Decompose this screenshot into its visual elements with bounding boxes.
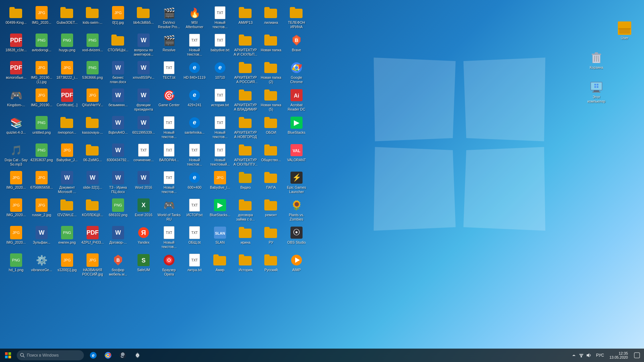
icon-aimp[interactable]: AIMP — [284, 252, 309, 280]
icon-novyi-txt-7[interactable]: TXT Новый текстов... — [156, 225, 182, 252]
icon-biznes-plan[interactable]: W бизнес план.docx — [105, 60, 131, 87]
icon-obs-studio[interactable]: ⦿ OBS Studio — [284, 225, 309, 252]
icon-google-chrome[interactable]: Google Chrome — [284, 60, 309, 87]
icon-video[interactable]: Видео — [233, 170, 258, 197]
icon-img-2020-1[interactable]: JPG IMG_2020... — [29, 5, 54, 32]
icon-irina-folder[interactable]: ирина — [233, 225, 258, 252]
icon-novyi-txt-5b[interactable]: TXT Новый текстовый... — [207, 142, 233, 170]
icon-bezymyannyi[interactable]: W безымянн... — [105, 87, 131, 115]
icon-litra-txt[interactable]: TXT литра.txt — [182, 252, 207, 280]
icon-novyi-txt-3[interactable]: TXT Новый текстов... — [156, 115, 182, 142]
icon-5363666[interactable]: PNG 5363666.png — [80, 60, 105, 87]
icon-excel-2016[interactable]: X Excel 2016 — [131, 197, 156, 225]
icon-resolve[interactable]: 🎬 Resolve — [156, 32, 182, 60]
icon-novyi-txt-4[interactable]: TXT Новый текстов... — [207, 115, 233, 142]
icon-kollekcii[interactable]: КОЛЛЕКЦII... — [80, 197, 105, 225]
icon-dokument-microsoft[interactable]: W Документ Microsoft ... — [54, 170, 80, 197]
icon-vologobye[interactable]: PDF вологобые... — [3, 60, 29, 87]
icon-plants-zombies[interactable]: 🌻 Plants vs. Zombies — [284, 197, 309, 225]
icon-enkgen[interactable]: PNG енкген.png — [54, 225, 80, 252]
icon-fzvzwrle[interactable]: fZVZWrLE... — [54, 197, 80, 225]
icon-arhitektura-vlad[interactable]: АРХИТЕКТУРА ВЛАДИМИР — [233, 87, 258, 115]
language-indicator[interactable]: РУС — [594, 353, 606, 358]
icon-novyi-txt-2[interactable]: TXT Новый текстов... — [182, 32, 207, 60]
icon-xmvx8sspv[interactable]: W xmvx8SSPv... — [131, 60, 156, 87]
icon-msi-afterburner[interactable]: 🔥 MSI Afterburner — [182, 5, 207, 32]
icon-img-2020-3[interactable]: JPG IMG_2020... — [3, 197, 29, 225]
icon-ru-folder[interactable]: РУ — [258, 225, 284, 252]
icon-quizlet[interactable]: 📚 quizlet-4-3... — [3, 115, 29, 142]
icon-zulfan[interactable]: W Зульфан... — [29, 225, 54, 252]
icon-nazvaniya-rossii[interactable]: JPG НАЗВАНИЯ РОССИЙ.jpg — [80, 252, 105, 280]
icon-word-2016[interactable]: W Word 2016 — [131, 170, 156, 197]
taskbar-search-box[interactable]: Поиск в Windows — [17, 350, 84, 360]
icon-papa[interactable]: ПАПА — [258, 170, 284, 197]
icon-certificate[interactable]: PDF Certificate[...] — [54, 87, 80, 115]
icon-hd1[interactable]: PNG hd_1.png — [3, 252, 29, 280]
icon-bqbma4o[interactable]: W BqbmA4O... — [105, 115, 131, 142]
icon-world-of-tanks[interactable]: 🎮 World of Tanks RU — [156, 197, 182, 225]
icon-boshfor[interactable]: B босфор мебель.w... — [105, 252, 131, 280]
icon-oboi[interactable]: ОБОИ — [258, 115, 284, 142]
icon-kassovaya[interactable]: kassovaya-... — [80, 115, 105, 142]
icon-06-zstmg[interactable]: 06-ZstMG... — [80, 142, 105, 170]
icon-img-2020-2[interactable]: JPG IMG_2020... — [3, 170, 29, 197]
icon-yandex[interactable]: Я Yandex — [131, 225, 156, 252]
icon-novaya-papka-2[interactable]: Новая папка (2) — [258, 60, 284, 87]
icon-gubw3oet[interactable]: Gubw3OET... — [54, 5, 80, 32]
icon-recycle-bin[interactable]: Корзина — [584, 50, 609, 76]
icon-tz-irina[interactable]: W ТЗ - Ирина ПЦ.docx — [105, 170, 131, 197]
icon-game-center[interactable]: 🎯 Game Center — [156, 87, 182, 115]
icon-safeup[interactable]: S SafeUM — [131, 252, 156, 280]
icon-8300434792[interactable]: W 8300434792... — [105, 142, 131, 170]
icon-liliana[interactable]: лилиана — [258, 5, 284, 32]
icon-bluestacks2[interactable]: ▶ BlueStacks... — [207, 197, 233, 225]
icon-arhitektura-russia[interactable]: АРХИТЕКТУРА РОССИЯ И... — [233, 60, 258, 87]
icon-acrobat[interactable]: Ai Acrobat Reader DC — [284, 87, 309, 115]
icon-686102[interactable]: PNG 686102.png — [105, 197, 131, 225]
icon-istoriya-txt[interactable]: TXT история.txt — [207, 87, 233, 115]
icon-429x241[interactable]: e 429×241 — [182, 87, 207, 115]
icon-42353637[interactable]: PNG 42353637.png — [29, 142, 54, 170]
icon-bluestacks[interactable]: ▶ BlueStacks — [284, 115, 309, 142]
tray-network-icon[interactable] — [578, 352, 585, 359]
icon-vibrancegeo[interactable]: ⚙️ vibranceGe... — [29, 252, 54, 280]
icon-sochinenie[interactable]: TXT сочинение... — [131, 142, 156, 170]
icon-slan[interactable]: SLAN SLAN — [207, 225, 233, 252]
icon-dogovor-txt[interactable]: W Договор-... — [105, 225, 131, 252]
icon-s1200-1[interactable]: JPG s1200[1].jpg — [54, 252, 80, 280]
icon-novaya-papka-5[interactable]: Новая папка (5) — [258, 87, 284, 115]
icon-funkcii-prezidenta[interactable]: W функции президента — [131, 87, 156, 115]
icon-10710[interactable]: e 10710 — [207, 60, 233, 87]
tray-volume-icon[interactable] — [585, 352, 592, 359]
icon-img-2020-4[interactable]: JPG IMG_2020... — [3, 225, 29, 252]
icon-arhitektura-novgorod[interactable]: АРХИТЕКТУРА НОВГОРОД — [233, 115, 258, 142]
icon-russie-2[interactable]: JPG russie_2.jpg — [29, 197, 54, 225]
icon-huygu[interactable]: PNG huygu.png — [54, 32, 80, 60]
icon-davinci-resolve[interactable]: 🎬 DaVinci Resolve Pro... — [156, 5, 182, 32]
taskbar-settings-icon[interactable] — [130, 349, 145, 362]
taskbar-steam-icon[interactable] — [115, 349, 130, 362]
icon-pnporprol[interactable]: пнпорпол... — [54, 115, 80, 142]
icon-slide-32[interactable]: W slide-32[1]... — [80, 170, 105, 197]
icon-istor-txt[interactable]: TXT ИСТОР.txt — [182, 197, 207, 225]
icon-img-20190-2[interactable]: JPG IMG_20190... — [29, 87, 54, 115]
icon-babydive-jpg2[interactable]: JPG Babydive_l... — [207, 170, 233, 197]
icon-arhitektura-skulp[interactable]: АРХИТЕКТУРА И СКУЛЬП... — [233, 32, 258, 60]
icon-18738222[interactable]: JPG 18738222_i... — [54, 60, 80, 87]
icon-babydive-txt[interactable]: TXT babydive.txt — [207, 32, 233, 60]
icon-brave[interactable]: B Brave — [284, 32, 309, 60]
icon-istoriya-folder[interactable]: История — [233, 252, 258, 280]
icon-avtodorogi[interactable]: PNG avtodorogi... — [29, 32, 54, 60]
taskbar-chrome-icon[interactable] — [101, 349, 115, 362]
icon-this-computer[interactable]: Этот компьютер — [584, 79, 609, 106]
icon-voprosy-po[interactable]: W вопросы по анкетиров... — [131, 32, 156, 60]
icon-novaya-papka[interactable]: Новая папка — [258, 32, 284, 60]
icon-remont[interactable]: ремонт — [258, 197, 284, 225]
icon-dogovor-zaima[interactable]: договора займа с о... — [233, 197, 258, 225]
icon-babydive-jpg[interactable]: JPG Babydive_J... — [54, 142, 80, 170]
icon-kids-swim[interactable]: kids-swim-... — [80, 5, 105, 32]
icon-doja-cat[interactable]: 🎵 Doja Cat - Say So.mp3 — [3, 142, 29, 170]
start-button[interactable] — [0, 349, 16, 362]
icon-obsh-txt[interactable]: TXT ОБЩ.bt — [182, 225, 207, 252]
